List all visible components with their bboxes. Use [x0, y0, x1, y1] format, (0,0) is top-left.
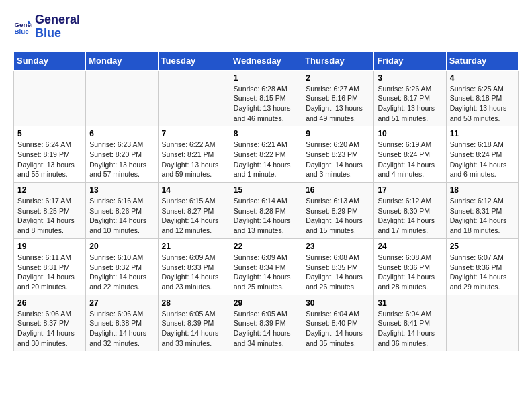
day-info: Sunrise: 6:25 AM Sunset: 8:18 PM Dayligh…: [450, 84, 515, 124]
day-number: 21: [162, 242, 226, 251]
calendar-cell: 4Sunrise: 6:25 AM Sunset: 8:18 PM Daylig…: [446, 70, 518, 126]
calendar-cell: [446, 295, 518, 351]
header-day-friday: Friday: [374, 51, 446, 70]
calendar-cell: [14, 70, 86, 126]
header-day-tuesday: Tuesday: [158, 51, 230, 70]
calendar-cell: 30Sunrise: 6:04 AM Sunset: 8:40 PM Dayli…: [302, 295, 374, 351]
day-number: 28: [162, 298, 226, 308]
week-row-5: 26Sunrise: 6:06 AM Sunset: 8:37 PM Dayli…: [14, 295, 519, 351]
day-info: Sunrise: 6:26 AM Sunset: 8:17 PM Dayligh…: [378, 84, 442, 124]
logo-general-text: General: [35, 13, 80, 27]
day-number: 8: [234, 129, 298, 138]
day-info: Sunrise: 6:07 AM Sunset: 8:36 PM Dayligh…: [450, 253, 515, 292]
day-number: 12: [17, 185, 82, 195]
calendar-cell: [158, 70, 230, 126]
day-number: 14: [162, 185, 226, 195]
calendar-table: SundayMondayTuesdayWednesdayThursdayFrid…: [13, 51, 519, 352]
day-info: Sunrise: 6:27 AM Sunset: 8:16 PM Dayligh…: [306, 84, 370, 124]
day-number: 22: [234, 242, 298, 251]
day-info: Sunrise: 6:16 AM Sunset: 8:26 PM Dayligh…: [89, 196, 154, 236]
day-info: Sunrise: 6:04 AM Sunset: 8:40 PM Dayligh…: [306, 309, 370, 349]
day-number: 24: [378, 242, 442, 251]
day-info: Sunrise: 6:08 AM Sunset: 8:35 PM Dayligh…: [306, 253, 370, 292]
calendar-cell: 29Sunrise: 6:05 AM Sunset: 8:39 PM Dayli…: [230, 295, 302, 351]
logo: General Blue General Blue: [13, 13, 80, 40]
day-number: 29: [234, 298, 298, 308]
calendar-cell: 19Sunrise: 6:11 AM Sunset: 8:31 PM Dayli…: [14, 238, 86, 295]
day-number: 9: [306, 129, 370, 138]
day-info: Sunrise: 6:18 AM Sunset: 8:24 PM Dayligh…: [450, 140, 515, 179]
calendar-cell: 17Sunrise: 6:12 AM Sunset: 8:30 PM Dayli…: [374, 183, 446, 239]
day-info: Sunrise: 6:22 AM Sunset: 8:21 PM Dayligh…: [162, 140, 226, 179]
day-info: Sunrise: 6:12 AM Sunset: 8:30 PM Dayligh…: [378, 196, 442, 236]
day-number: 11: [450, 129, 515, 138]
calendar-cell: 1Sunrise: 6:28 AM Sunset: 8:15 PM Daylig…: [230, 70, 302, 126]
day-number: 1: [234, 73, 298, 83]
day-info: Sunrise: 6:12 AM Sunset: 8:31 PM Dayligh…: [450, 196, 515, 236]
day-number: 18: [450, 185, 515, 195]
day-number: 31: [378, 298, 442, 308]
day-number: 5: [17, 129, 82, 138]
day-info: Sunrise: 6:08 AM Sunset: 8:36 PM Dayligh…: [378, 253, 442, 292]
day-number: 7: [162, 129, 226, 138]
day-number: 4: [450, 73, 515, 83]
day-number: 13: [89, 185, 154, 195]
day-number: 3: [378, 73, 442, 83]
calendar-cell: 6Sunrise: 6:23 AM Sunset: 8:20 PM Daylig…: [86, 126, 158, 183]
calendar-cell: 14Sunrise: 6:15 AM Sunset: 8:27 PM Dayli…: [158, 183, 230, 239]
calendar-cell: 21Sunrise: 6:09 AM Sunset: 8:33 PM Dayli…: [158, 238, 230, 295]
day-info: Sunrise: 6:10 AM Sunset: 8:32 PM Dayligh…: [89, 253, 154, 292]
day-info: Sunrise: 6:09 AM Sunset: 8:33 PM Dayligh…: [162, 253, 226, 292]
day-info: Sunrise: 6:15 AM Sunset: 8:27 PM Dayligh…: [162, 196, 226, 236]
calendar-cell: 28Sunrise: 6:05 AM Sunset: 8:39 PM Dayli…: [158, 295, 230, 351]
calendar-cell: 23Sunrise: 6:08 AM Sunset: 8:35 PM Dayli…: [302, 238, 374, 295]
day-number: 20: [89, 242, 154, 251]
calendar-cell: 18Sunrise: 6:12 AM Sunset: 8:31 PM Dayli…: [446, 183, 518, 239]
calendar-cell: 31Sunrise: 6:04 AM Sunset: 8:41 PM Dayli…: [374, 295, 446, 351]
day-info: Sunrise: 6:05 AM Sunset: 8:39 PM Dayligh…: [234, 309, 298, 349]
day-number: 27: [89, 298, 154, 308]
day-info: Sunrise: 6:06 AM Sunset: 8:37 PM Dayligh…: [17, 309, 82, 349]
header-day-thursday: Thursday: [302, 51, 374, 70]
calendar-cell: 12Sunrise: 6:17 AM Sunset: 8:25 PM Dayli…: [14, 183, 86, 239]
week-row-4: 19Sunrise: 6:11 AM Sunset: 8:31 PM Dayli…: [14, 238, 519, 295]
day-info: Sunrise: 6:24 AM Sunset: 8:19 PM Dayligh…: [17, 140, 82, 179]
day-number: 6: [89, 129, 154, 138]
logo-icon: General Blue: [13, 17, 32, 36]
calendar-cell: 15Sunrise: 6:14 AM Sunset: 8:28 PM Dayli…: [230, 183, 302, 239]
calendar-cell: 13Sunrise: 6:16 AM Sunset: 8:26 PM Dayli…: [86, 183, 158, 239]
day-info: Sunrise: 6:19 AM Sunset: 8:24 PM Dayligh…: [378, 140, 442, 179]
calendar-cell: [86, 70, 158, 126]
day-number: 30: [306, 298, 370, 308]
header-day-monday: Monday: [86, 51, 158, 70]
svg-text:Blue: Blue: [14, 28, 29, 35]
calendar-cell: 22Sunrise: 6:09 AM Sunset: 8:34 PM Dayli…: [230, 238, 302, 295]
day-number: 26: [17, 298, 82, 308]
week-row-2: 5Sunrise: 6:24 AM Sunset: 8:19 PM Daylig…: [14, 126, 519, 183]
calendar-cell: 8Sunrise: 6:21 AM Sunset: 8:22 PM Daylig…: [230, 126, 302, 183]
calendar-cell: 2Sunrise: 6:27 AM Sunset: 8:16 PM Daylig…: [302, 70, 374, 126]
calendar-cell: 20Sunrise: 6:10 AM Sunset: 8:32 PM Dayli…: [86, 238, 158, 295]
calendar-cell: 10Sunrise: 6:19 AM Sunset: 8:24 PM Dayli…: [374, 126, 446, 183]
day-info: Sunrise: 6:28 AM Sunset: 8:15 PM Dayligh…: [234, 84, 298, 124]
header-day-saturday: Saturday: [446, 51, 518, 70]
logo-blue-text: Blue: [35, 27, 80, 40]
day-info: Sunrise: 6:14 AM Sunset: 8:28 PM Dayligh…: [234, 196, 298, 236]
page-header: General Blue General Blue: [13, 13, 519, 40]
day-number: 23: [306, 242, 370, 251]
calendar-cell: 9Sunrise: 6:20 AM Sunset: 8:23 PM Daylig…: [302, 126, 374, 183]
calendar-cell: 11Sunrise: 6:18 AM Sunset: 8:24 PM Dayli…: [446, 126, 518, 183]
calendar-cell: 27Sunrise: 6:06 AM Sunset: 8:38 PM Dayli…: [86, 295, 158, 351]
calendar-cell: 7Sunrise: 6:22 AM Sunset: 8:21 PM Daylig…: [158, 126, 230, 183]
day-number: 2: [306, 73, 370, 83]
day-info: Sunrise: 6:21 AM Sunset: 8:22 PM Dayligh…: [234, 140, 298, 179]
day-number: 15: [234, 185, 298, 195]
calendar-cell: 3Sunrise: 6:26 AM Sunset: 8:17 PM Daylig…: [374, 70, 446, 126]
header-day-wednesday: Wednesday: [230, 51, 302, 70]
calendar-cell: 5Sunrise: 6:24 AM Sunset: 8:19 PM Daylig…: [14, 126, 86, 183]
day-number: 10: [378, 129, 442, 138]
calendar-header-row: SundayMondayTuesdayWednesdayThursdayFrid…: [14, 51, 519, 70]
day-info: Sunrise: 6:17 AM Sunset: 8:25 PM Dayligh…: [17, 196, 82, 236]
day-number: 25: [450, 242, 515, 251]
week-row-3: 12Sunrise: 6:17 AM Sunset: 8:25 PM Dayli…: [14, 183, 519, 239]
